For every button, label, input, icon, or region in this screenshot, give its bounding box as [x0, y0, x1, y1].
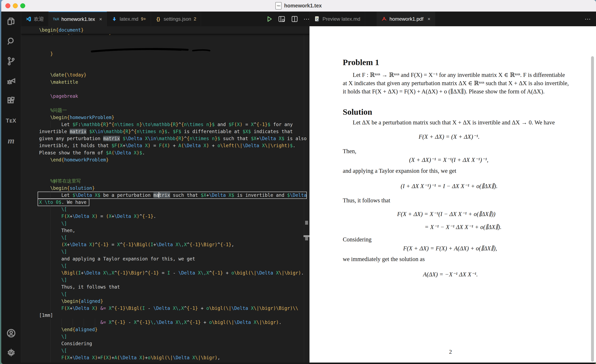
- pdf-scrollbar-thumb[interactable]: [591, 56, 594, 362]
- markdown-file-icon: [112, 16, 117, 22]
- markdown-preview-icon: [314, 16, 320, 22]
- indent-guide: [50, 340, 51, 347]
- close-tab-icon[interactable]: ×: [99, 16, 102, 22]
- code-line[interactable]: (X+\Delta X)^{-1} = X^{-1}\Bigl(I+\Delta…: [39, 241, 234, 248]
- code-line[interactable]: X \to 0$. We have: [39, 199, 86, 206]
- window-title: homework1.tex: [284, 3, 322, 9]
- code-line[interactable]: \[: [39, 291, 67, 298]
- tab-badge: 2: [194, 16, 196, 22]
- tab-label: latex.md: [120, 16, 139, 22]
- code-line[interactable]: Thus, it follows that: [39, 283, 120, 291]
- code-line[interactable]: \[: [39, 206, 67, 213]
- sidebar-item-markdown-all-in-one[interactable]: m: [1, 133, 21, 148]
- code-line[interactable]: \begin{solution}: [39, 185, 95, 192]
- more-actions-button[interactable]: ⋯: [304, 15, 310, 22]
- overview-ruler-mark: [305, 221, 308, 225]
- indent-guide: [50, 262, 51, 269]
- pdf-text-line: we immediately get the solution as: [343, 256, 425, 262]
- code-line[interactable]: \begin{homeworkProblem}: [39, 114, 114, 121]
- activity-bar: TᴇX m: [1, 12, 21, 364]
- code-line[interactable]: \[: [39, 262, 67, 269]
- settings-gear-button[interactable]: [1, 346, 21, 360]
- code-line[interactable]: \[: [39, 347, 67, 354]
- code-line[interactable]: \]: [39, 333, 67, 340]
- code-line[interactable]: F(X+\Delta X)=F(X)+A(\Delta X)+o\bigl(\|…: [39, 354, 220, 361]
- code-line[interactable]: \end{homeworkProblem}: [39, 156, 109, 163]
- vscode-window: TEX homework1.tex TᴇX m: [1, 0, 596, 364]
- code-line[interactable]: Please show the form of $A(\Delta X)$.: [39, 149, 145, 156]
- sidebar-item-run-and-debug[interactable]: [1, 74, 21, 89]
- indent-guide: [50, 255, 51, 262]
- pdf-page: Problem 1Let F : ℝⁿˣⁿ → ℝⁿˣⁿ and F(X) = …: [309, 26, 596, 363]
- code-line[interactable]: invertible matrix $X\in\mathbb{R}^{n\tim…: [39, 128, 293, 135]
- accounts-button[interactable]: [1, 326, 21, 341]
- code-line[interactable]: and applying a Taylor expansion for this…: [39, 255, 195, 262]
- code-line[interactable]: \Bigl(I+\Delta X\,X^{-1}\Bigr)^{-1} = I …: [39, 269, 304, 276]
- tab-homework1-pdf[interactable]: homework1.pdf ×: [377, 12, 435, 26]
- tab-welcome[interactable]: 欢迎: [21, 12, 49, 26]
- tab-label: Preview latex.md: [322, 16, 360, 22]
- code-line[interactable]: Considering: [39, 340, 92, 347]
- pdf-text-line: Then,: [343, 148, 356, 155]
- indent-guide: [50, 305, 51, 312]
- sidebar-item-latex-workshop[interactable]: TᴇX: [1, 113, 21, 128]
- code-line[interactable]: \pagebreak: [39, 93, 78, 100]
- pdf-heading: Solution: [343, 107, 372, 117]
- code-line[interactable]: given any perturbation matrix $\Delta X\…: [39, 135, 306, 142]
- tab-preview-latex-md[interactable]: Preview latex.md: [309, 12, 365, 26]
- indent-guide: [50, 220, 51, 227]
- indent-guide: [50, 347, 51, 354]
- code-line[interactable]: Let $F:\mathbb{R}^{n\times n}\to\mathbb{…: [39, 121, 293, 128]
- tab-settings-json[interactable]: {} settings.json 2: [151, 12, 201, 26]
- overview-ruler-mark: [305, 237, 308, 240]
- pdf-file-icon: [381, 16, 387, 22]
- pdf-heading: Problem 1: [343, 58, 379, 67]
- tab-homework1-tex[interactable]: TᴇX homework1.tex ×: [49, 12, 107, 26]
- code-line[interactable]: Then,: [39, 227, 75, 234]
- pdf-equation: F(X + ΔX) = F(X) + A(ΔX) + o(∥ΔX∥),: [403, 245, 497, 252]
- indent-guide: [50, 298, 51, 305]
- pdf-text-line: Considering: [343, 236, 372, 243]
- code-line[interactable]: \end{aligned}: [39, 326, 97, 333]
- indent-guide: [50, 206, 51, 213]
- open-preview-side-button[interactable]: [278, 15, 286, 22]
- sidebar-item-source-control[interactable]: [1, 54, 21, 69]
- code-line[interactable]: invertible, it holds that $F(X+\Delta X)…: [39, 142, 295, 149]
- pdf-equation: (I + ΔX X⁻¹)⁻¹ = I − ΔX X⁻¹ + o(∥ΔX∥).: [401, 183, 498, 190]
- editor-pane[interactable]: \title{\bf Homework 1} } \date{\today} \…: [21, 26, 309, 363]
- right-group-more-actions[interactable]: ⋯: [585, 12, 591, 26]
- pdf-text-line: and applying a Taylor expansion for this…: [343, 168, 456, 174]
- indent-guide: [50, 248, 51, 255]
- indent-guide: [50, 227, 51, 234]
- code-line[interactable]: }: [39, 50, 53, 58]
- indent-guide: [95, 319, 95, 326]
- code-line[interactable]: \begin{aligned}: [39, 298, 103, 305]
- json-file-icon: {}: [156, 16, 161, 22]
- code-line[interactable]: F(X+\Delta X) &= X^{-1}\Bigl(I - \Delta …: [39, 305, 298, 312]
- overview-ruler-mark: [304, 235, 309, 237]
- sidebar-item-explorer[interactable]: [1, 14, 21, 29]
- indent-guide: [50, 333, 51, 340]
- split-editor-button[interactable]: [291, 15, 298, 22]
- code-line[interactable]: Let $\Delta X$ be a perturbation matrix …: [39, 192, 306, 199]
- code-line[interactable]: [1mm]: [39, 312, 53, 319]
- indent-guide: [50, 121, 51, 128]
- code-line[interactable]: \date{\today}: [39, 71, 86, 79]
- code-line[interactable]: \]: [39, 276, 67, 284]
- code-line[interactable]: %解答在这里写: [39, 177, 81, 185]
- close-tab-icon[interactable]: ×: [427, 16, 430, 22]
- code-line[interactable]: F(X+\Delta X) = (X+\Delta X)^{-1}.: [39, 213, 156, 220]
- pdf-page-number: 2: [449, 349, 452, 355]
- code-line[interactable]: \]: [39, 248, 67, 255]
- code-line[interactable]: \maketitle: [39, 79, 78, 86]
- indent-guide: [50, 192, 51, 199]
- tab-latex-md[interactable]: latex.md 9+: [107, 12, 151, 26]
- sidebar-item-extensions[interactable]: [1, 93, 21, 108]
- code-line[interactable]: &= X^{-1} - X^{-1}\,\Delta X\,X^{-1} + o…: [39, 319, 282, 326]
- sticky-scroll[interactable]: \begin{document}: [21, 26, 309, 34]
- run-latex-button[interactable]: [266, 15, 273, 22]
- sidebar-item-search[interactable]: [1, 34, 21, 49]
- code-line[interactable]: %问题一: [39, 107, 67, 114]
- code-line[interactable]: \]: [39, 220, 67, 227]
- code-line[interactable]: \[: [39, 234, 67, 241]
